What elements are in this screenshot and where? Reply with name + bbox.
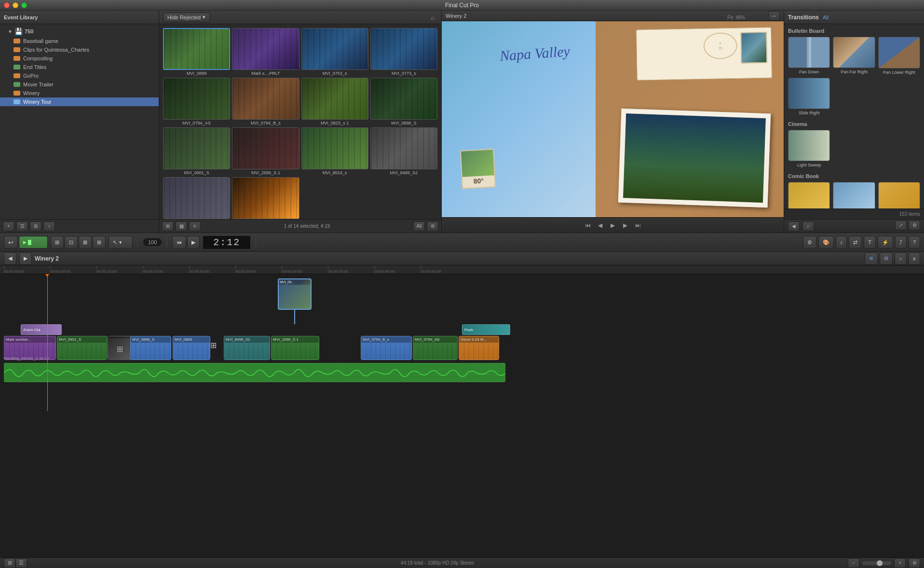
viewer-options-button[interactable]: ⚙ — [909, 221, 920, 230]
clip-item[interactable]: MVI_8500_S2 — [163, 177, 230, 219]
share-button[interactable]: ⤴ — [895, 236, 907, 249]
filmstrip-button[interactable]: ▦ — [176, 222, 187, 231]
sidebar-item-movie-trailer[interactable]: Movie Trailer — [0, 80, 159, 89]
clip-item[interactable]: MVI_0901_S — [163, 127, 230, 175]
status-view-button[interactable]: ⊞ — [4, 558, 15, 568]
track-clip[interactable]: MVI_0901_S — [57, 336, 107, 360]
timeline-forward-button[interactable]: ▶ — [19, 252, 32, 265]
zoom-slider-right[interactable]: + — [894, 558, 906, 568]
audio-button[interactable]: ♪ — [836, 236, 847, 249]
close-button[interactable] — [4, 2, 10, 8]
view-toggle-grid[interactable]: ⊞ — [30, 222, 41, 231]
transition-pan-down-comic[interactable]: Pan Down — [788, 182, 830, 208]
sidebar-item-clips[interactable]: Clips for Quintessa_Charles — [0, 45, 159, 54]
play-button[interactable]: ▶ — [608, 220, 618, 231]
audio-skimming-button[interactable]: ≋ — [865, 252, 878, 265]
sort-button[interactable]: ↕ — [43, 222, 55, 231]
clip-appearance-button[interactable]: ⚙ — [427, 222, 438, 231]
transitions-toggle-button[interactable]: ⇄ — [849, 236, 862, 249]
add-event-button[interactable]: + — [3, 222, 14, 231]
audio-clip[interactable] — [4, 363, 505, 382]
zoom-slider-left[interactable]: − — [848, 558, 859, 568]
filter-all-button[interactable]: All — [413, 222, 425, 231]
track-clip[interactable]: MVI_8499_S2 — [224, 336, 270, 360]
clip-item[interactable]: Mark s....PRLT — [232, 28, 299, 76]
transition-light-sweep[interactable]: Light Sweep — [788, 130, 830, 167]
transitions-body[interactable]: Bulletin Board Pan Down Pan Far Right — [784, 24, 924, 208]
sidebar-item-compositing[interactable]: Compositing — [0, 54, 159, 63]
clip-item[interactable]: MVI_0889 — [163, 28, 230, 76]
blade-tool-button[interactable]: ⊞ — [93, 236, 106, 249]
trim-tool-button[interactable]: ⊠ — [79, 236, 92, 249]
transition-pan-far-right-bulletin[interactable]: Pan Far Right — [833, 37, 875, 75]
list-view-button[interactable]: ⊞ — [162, 222, 174, 231]
zoom-slider[interactable] — [862, 561, 891, 565]
skip-back-button[interactable]: ⏮ — [583, 220, 593, 231]
clip-item[interactable]: MVI_0823_s 1 — [301, 78, 368, 125]
track-clip[interactable]: Steve 9-24 M... — [459, 336, 499, 360]
zoom-out-effect[interactable]: Zoom Out — [21, 324, 62, 335]
search-button[interactable] — [428, 13, 437, 22]
timeline-back-button[interactable]: ◀ — [4, 252, 16, 265]
clip-item[interactable]: MVI_8499_S2 — [370, 127, 437, 175]
transition-pan-far-right-comic[interactable]: Pan Far Right — [833, 182, 875, 208]
sidebar-item-end-titles[interactable]: End Titles — [0, 63, 159, 71]
undo-button[interactable]: ↩ — [4, 236, 18, 249]
zoom-slider-thumb[interactable] — [877, 560, 883, 566]
track-clip[interactable]: MVI_0889 — [173, 336, 210, 360]
timeline-index-button[interactable]: ☰ — [15, 558, 27, 568]
viewer-expand-button[interactable]: ⤢ — [895, 221, 907, 230]
help-button[interactable]: ? — [909, 236, 920, 249]
next-frame-button[interactable]: ▶ — [620, 220, 631, 231]
sidebar-item-gopro[interactable]: GoPro — [0, 71, 159, 80]
maximize-button[interactable] — [21, 2, 27, 8]
timeline-tracks[interactable]: MVI_09... Zoom Out Push — [0, 274, 924, 557]
clip-item[interactable]: MVI_0794_AS — [163, 78, 230, 125]
timeline-options-button[interactable]: ≡ — [909, 252, 920, 265]
color-button[interactable]: 🎨 — [818, 236, 834, 249]
clip-item[interactable]: Steve...cted_s — [232, 177, 299, 219]
generators-button[interactable]: ⚡ — [878, 236, 893, 249]
inspector-button[interactable]: ⚙ — [803, 236, 816, 249]
detail-button[interactable]: ≡ — [189, 222, 201, 231]
clip-item[interactable]: MVI_0753_s — [301, 28, 368, 76]
sidebar-item-winery-tour[interactable]: Winery Tour — [0, 97, 159, 106]
transitions-back-button[interactable]: ◀ — [788, 222, 800, 231]
clip-appearance-button[interactable]: ⚙ — [909, 558, 920, 568]
magnetic-timeline-button[interactable]: ⊞ — [51, 236, 64, 249]
view-toggle-list[interactable]: ☰ — [16, 222, 28, 231]
track-clip[interactable]: MVI_0794_B_s — [361, 336, 412, 360]
connected-clip[interactable]: MVI_09... — [278, 278, 312, 310]
skip-back-btn[interactable]: ⏮ — [172, 236, 186, 249]
titles-button[interactable]: T — [864, 236, 876, 249]
clip-item[interactable]: MVI_0773_s — [370, 28, 437, 76]
skip-forward-button[interactable]: ⏭ — [633, 220, 643, 231]
push-effect[interactable]: Push — [462, 324, 510, 335]
track-clip[interactable]: MVI_1696_S 1 — [271, 336, 319, 360]
toolbar-options-button[interactable]: ▶▐▌ — [19, 236, 48, 249]
snapping-button[interactable]: ⊝ — [880, 252, 893, 265]
transitions-search-button[interactable]: ⌕ — [802, 222, 814, 231]
transition-pan-lower-right-bulletin[interactable]: Pan Lower Right — [878, 37, 920, 75]
clip-item[interactable]: MVI_2696_S 1 — [232, 127, 299, 175]
minimize-button[interactable] — [13, 2, 18, 8]
track-clip[interactable]: MVI_0888_S — [130, 336, 171, 360]
viewer-zoom-out[interactable]: ↔ — [768, 11, 780, 21]
transition-slide-right-bulletin[interactable]: Slide Right — [788, 78, 830, 115]
track-clip[interactable]: ⊞ — [108, 336, 132, 360]
transitions-all-button[interactable]: All — [823, 14, 829, 20]
filter-button[interactable]: Hide Rejected — [163, 13, 210, 22]
position-tool-button[interactable]: ⊡ — [65, 236, 78, 249]
prev-frame-button[interactable]: ◀ — [595, 220, 606, 231]
event-library-body[interactable]: ▼ 💾 750 Baseball game Clips for Quintess… — [0, 24, 159, 219]
clip-item[interactable]: MVI_0898_S — [370, 78, 437, 125]
select-tool-button[interactable]: ↖ — [109, 236, 133, 249]
sidebar-item-baseball[interactable]: Baseball game — [0, 37, 159, 45]
clip-item[interactable]: MVI_0794_B_s — [232, 78, 299, 125]
sidebar-item-winery[interactable]: Winery — [0, 89, 159, 97]
transition-pan-down-bulletin[interactable]: Pan Down — [788, 37, 830, 75]
transition-pan-lower-right-comic[interactable]: Pan Lower Right — [878, 182, 920, 208]
solo-button[interactable]: ○ — [895, 252, 907, 265]
play-btn[interactable]: ▶ — [187, 236, 200, 249]
clip-item[interactable]: MVI_8024_s — [301, 127, 368, 175]
